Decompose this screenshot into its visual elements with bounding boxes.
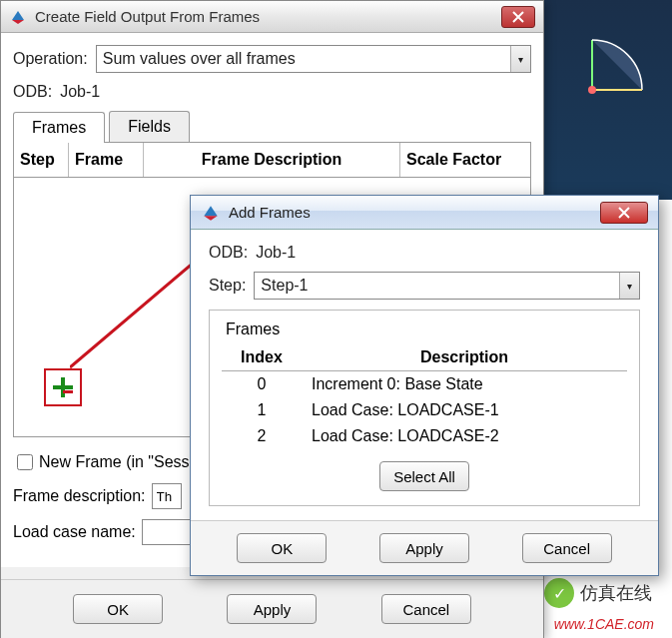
cancel-button[interactable]: Cancel [522, 533, 612, 563]
add-frames-dialog: Add Frames ODB: Job-1 Step: Step-1 ▾ Fra… [190, 195, 659, 576]
cell-desc: Increment 0: Base State [302, 375, 627, 393]
cancel-button[interactable]: Cancel [381, 594, 471, 624]
site-watermark: www.1CAE.com [554, 616, 654, 632]
load-case-label: Load case name: [13, 523, 136, 541]
ok-button[interactable]: OK [73, 594, 163, 624]
add-frame-button[interactable] [44, 368, 82, 406]
dialog-title: Create Field Output From Frames [35, 8, 260, 25]
app-icon [9, 8, 27, 26]
table-row[interactable]: 0 Increment 0: Base State [222, 371, 627, 397]
tab-frames[interactable]: Frames [13, 112, 105, 143]
odb-label: ODB: [13, 83, 52, 101]
cell-desc: Load Case: LOADCASE-1 [302, 401, 627, 419]
add-frames-title: Add Frames [229, 204, 311, 221]
frame-desc-input[interactable] [152, 483, 182, 509]
operation-label: Operation: [13, 50, 88, 68]
operation-combo[interactable]: Sum values over all frames ▾ [96, 45, 531, 73]
cell-index: 0 [222, 375, 302, 393]
svg-rect-1 [63, 390, 73, 393]
app-icon [201, 203, 221, 223]
frames-legend: Frames [222, 320, 284, 338]
chevron-down-icon: ▾ [619, 273, 639, 299]
wechat-text: 仿真在线 [580, 581, 652, 605]
step-combo[interactable]: Step-1 ▾ [254, 272, 640, 300]
col-desc: Frame Description [144, 143, 400, 177]
cell-index: 1 [222, 401, 302, 419]
apply-button[interactable]: Apply [227, 594, 317, 624]
frames-fieldset: Frames Index Description 0 Increment 0: … [209, 310, 640, 506]
dialog-titlebar[interactable]: Create Field Output From Frames [1, 1, 543, 33]
col-index: Index [222, 348, 302, 366]
tab-strip: Frames Fields [13, 111, 531, 143]
viewport-backdrop [542, 0, 672, 200]
col-step: Step [14, 143, 69, 177]
table-row[interactable]: 2 Load Case: LOADCASE-2 [222, 423, 627, 449]
col-description: Description [302, 348, 627, 366]
odb-value: Job-1 [60, 83, 100, 101]
ok-button[interactable]: OK [237, 533, 327, 563]
odb-value: Job-1 [256, 244, 296, 262]
col-scale: Scale Factor [400, 143, 530, 177]
add-frames-titlebar[interactable]: Add Frames [191, 196, 658, 230]
step-value: Step-1 [261, 277, 308, 295]
new-frame-checkbox[interactable] [17, 454, 33, 470]
step-label: Step: [209, 277, 246, 295]
table-row[interactable]: 1 Load Case: LOADCASE-1 [222, 397, 627, 423]
axis-triad [582, 30, 652, 104]
close-button[interactable] [501, 6, 535, 28]
operation-value: Sum values over all frames [103, 50, 296, 68]
odb-label: ODB: [209, 244, 248, 262]
tab-fields[interactable]: Fields [109, 111, 190, 142]
frames-table-header: Step Frame Frame Description Scale Facto… [13, 143, 531, 178]
close-button[interactable] [600, 202, 648, 224]
select-all-button[interactable]: Select All [379, 461, 469, 491]
chevron-down-icon: ▾ [510, 46, 530, 72]
cell-index: 2 [222, 427, 302, 445]
new-frame-label: New Frame (in "Sessi [39, 453, 193, 471]
col-frame: Frame [69, 143, 144, 177]
wechat-icon: ✓ [544, 578, 574, 608]
svg-point-0 [588, 86, 596, 94]
frame-desc-label: Frame description: [13, 487, 146, 505]
apply-button[interactable]: Apply [379, 533, 469, 563]
cell-desc: Load Case: LOADCASE-2 [302, 427, 627, 445]
wechat-badge: ✓ 仿真在线 [544, 578, 652, 608]
